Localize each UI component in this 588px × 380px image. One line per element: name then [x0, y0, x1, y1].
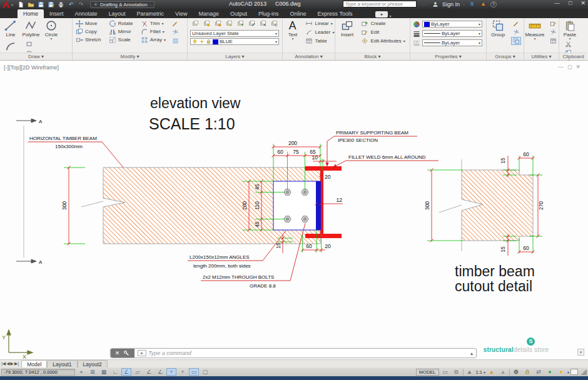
measure-tool[interactable]: Measure▾ — [526, 19, 544, 40]
model-space[interactable]: elevation view SCALE 1:10 timber beam cu… — [0, 61, 588, 359]
move-tool[interactable]: Move — [76, 19, 101, 28]
save-icon[interactable] — [37, 1, 45, 8]
clean-screen-icon[interactable]: ● — [556, 368, 566, 376]
autocad-logo-icon[interactable] — [1, 1, 11, 9]
trim-tool[interactable]: Trim ▾ — [141, 19, 166, 28]
tab-insert[interactable]: Insert — [44, 9, 69, 18]
otrack-toggle[interactable]: ∠ — [155, 368, 165, 376]
status-caret-icon[interactable]: ▾ — [567, 370, 569, 374]
rotate-tool[interactable]: Rotate — [109, 19, 133, 28]
user-icon[interactable] — [431, 1, 439, 8]
cleanscreen-button[interactable] — [570, 369, 578, 375]
undo-icon[interactable]: ↶ — [67, 1, 75, 8]
osnap-3d-toggle[interactable]: ∠ — [144, 368, 154, 376]
layer-current-tool[interactable] — [235, 19, 245, 28]
doc-restore-icon[interactable]: ◻ — [567, 64, 572, 70]
new-icon[interactable] — [17, 1, 25, 8]
copy-tool[interactable]: Copy — [76, 28, 101, 36]
grid-toggle[interactable]: ▦ — [99, 368, 109, 376]
timber-cutout-detail[interactable] — [439, 159, 533, 251]
linear-dimension-tool[interactable]: Linear ▾ — [305, 19, 334, 28]
erase-tool[interactable] — [170, 19, 180, 28]
exchange-icon[interactable]: X — [468, 1, 476, 8]
tab-express-tools[interactable]: Express Tools — [312, 9, 358, 18]
layer-dropdown[interactable]: BLUE ▾ — [190, 38, 279, 45]
open-icon[interactable] — [27, 1, 35, 8]
layer-prev-tool[interactable] — [258, 19, 268, 28]
hardware-accel-icon[interactable]: ● — [545, 368, 555, 376]
paste-tool[interactable]: Paste▾ — [561, 19, 579, 40]
linetype-dropdown[interactable]: ByLayer▾ — [422, 39, 482, 46]
layer-match-tool[interactable] — [246, 19, 256, 28]
save-as-icon[interactable] — [47, 1, 55, 8]
panel-label-draw[interactable]: Draw ▾ — [0, 52, 72, 60]
panel-label-properties[interactable]: Properties ▾ — [410, 52, 486, 60]
layout-tab-nav[interactable]: |◀◀▶▶| — [1, 361, 19, 366]
stretch-tool[interactable]: Stretch — [76, 36, 101, 44]
mirror-tool[interactable]: Mirror — [109, 28, 133, 36]
layout-quickview-icon[interactable]: ▭ — [440, 368, 450, 376]
command-close-icon[interactable]: ✕ — [115, 350, 120, 356]
command-prompt-icon[interactable]: ▸ — [138, 350, 146, 356]
cut-tool[interactable] — [563, 40, 573, 48]
autoscale-icon[interactable]: ▲ — [498, 368, 508, 376]
panel-label-utilities[interactable]: Utilities ▾ — [524, 52, 559, 60]
workspace-switcher[interactable]: Drafting & Annotation ▾ — [90, 1, 155, 8]
command-bar-grip[interactable]: ✕ — [111, 349, 134, 358]
layer-state-dropdown[interactable]: Unsaved Layer State▾ — [190, 30, 279, 37]
group-edit-tool[interactable] — [511, 28, 521, 36]
edit-block-tool[interactable]: Edit — [361, 28, 405, 36]
transparency-toggle[interactable]: ▢ — [200, 368, 210, 376]
lineweight-dropdown[interactable]: ByLayer▾ — [422, 30, 482, 37]
layer-lock-tool[interactable] — [224, 19, 234, 28]
redo-icon[interactable]: ↷ — [77, 1, 85, 8]
exchange-apps-icon[interactable]: ▲ — [479, 1, 487, 8]
annotation-visibility-icon[interactable]: ▲ — [487, 368, 497, 376]
close-button[interactable]: ✕ — [580, 0, 585, 6]
tab-view[interactable]: View — [170, 9, 193, 18]
sign-in-caret-icon[interactable]: ▾ — [463, 2, 465, 6]
minimize-button[interactable]: — — [554, 0, 560, 6]
dynamic-ucs-toggle[interactable]: + — [166, 368, 176, 376]
edit-attributes-tool[interactable]: Edit Attributes ▾ — [361, 37, 405, 45]
tab-output[interactable]: Output — [225, 9, 253, 18]
fade-tool[interactable] — [170, 37, 180, 45]
panel-label-modify[interactable]: Modify ▾ — [73, 52, 187, 60]
tab-plugins[interactable]: Plug-ins — [253, 9, 285, 18]
panel-label-layers[interactable]: Layers ▾ — [188, 52, 282, 60]
search-input[interactable] — [343, 1, 417, 8]
search-icon[interactable] — [420, 1, 428, 8]
viewport-controls[interactable]: [-][Top][2D Wireframe] — [4, 64, 59, 71]
layer-freeze-tool[interactable] — [213, 19, 223, 28]
id-point-tool[interactable] — [548, 37, 558, 45]
media-button[interactable]: ▸ — [375, 11, 388, 18]
maximize-button[interactable]: □ — [569, 0, 572, 6]
workspace-gear-icon-status[interactable] — [511, 368, 521, 376]
resize-grip[interactable] — [580, 369, 587, 375]
object-color-dropdown[interactable]: ByLayer▾ — [422, 21, 482, 28]
command-recent-caret-icon[interactable]: ▴ — [470, 351, 473, 356]
group-selection-toggle[interactable] — [511, 37, 521, 45]
snap-toggle[interactable]: ⊞ — [88, 368, 98, 376]
polyline-tool[interactable]: Polyline — [22, 19, 39, 38]
group-tool[interactable]: Group — [489, 19, 507, 38]
create-block-tool[interactable]: Create — [361, 19, 405, 28]
tab-layout2[interactable]: Layout2 — [78, 360, 108, 368]
panel-label-block[interactable]: Block ▾ — [335, 52, 410, 60]
model-space-button[interactable]: MODEL — [416, 369, 439, 376]
ungroup-tool[interactable] — [511, 19, 521, 28]
panel-label-annotation[interactable]: Annotation ▾ — [283, 52, 335, 60]
tab-model[interactable]: Model — [21, 360, 47, 368]
lineweight-toggle[interactable]: ▭ — [189, 368, 199, 376]
tab-manage[interactable]: Manage — [193, 9, 225, 18]
help-icon[interactable]: ? — [490, 1, 497, 8]
drawing-canvas[interactable]: [-][Top][2D Wireframe] — ◻ ✕ elevation v… — [0, 61, 588, 359]
plot-icon[interactable] — [57, 1, 65, 8]
text-tool[interactable]: Text▾ — [285, 19, 300, 40]
infer-constraints-toggle[interactable]: ⌖ — [76, 368, 86, 376]
command-bar[interactable]: ✕ ▸ ▴ — [110, 348, 477, 358]
dynamic-input-toggle[interactable]: + — [178, 368, 188, 376]
line-tool[interactable]: Line — [2, 19, 19, 38]
polar-toggle[interactable]: ∠ — [121, 368, 131, 376]
explode-tool[interactable] — [170, 28, 180, 36]
